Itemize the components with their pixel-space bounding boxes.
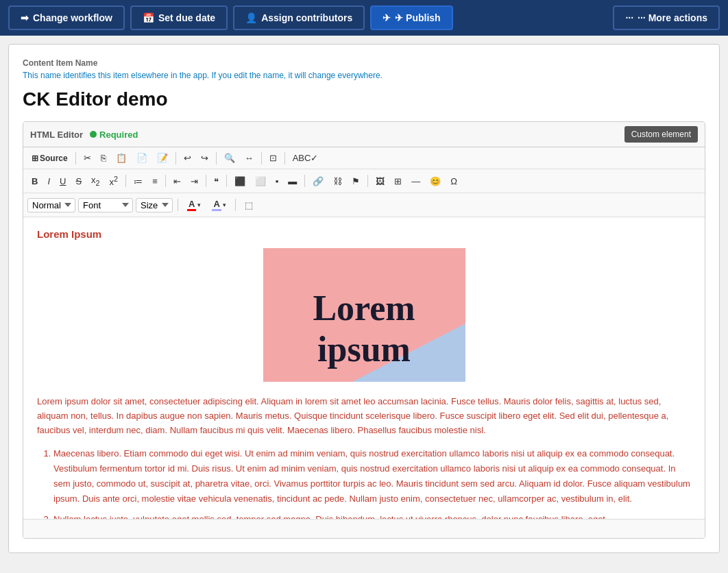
omega-icon: Ω xyxy=(450,176,457,186)
lorem-heading: Lorem Ipsum xyxy=(37,228,691,240)
link-icon: 🔗 xyxy=(313,176,324,186)
ordered-list-icon: ≔ xyxy=(134,176,143,186)
content-item-name-section: Content Item Name This name identifies t… xyxy=(23,58,705,110)
toolbar-divider-2 xyxy=(175,152,176,164)
font-color-button[interactable]: A ▾ xyxy=(183,196,205,214)
required-badge: Required xyxy=(90,130,138,140)
unlink-button[interactable]: ⛓ xyxy=(329,173,346,189)
ellipsis-icon: ··· xyxy=(625,12,633,23)
content-item-label: Content Item Name xyxy=(23,58,705,68)
toolbar2-divider-4 xyxy=(226,175,227,187)
blockquote-button[interactable]: ❝ xyxy=(210,173,223,189)
paste-text-icon: 📄 xyxy=(136,153,147,163)
paste-text-button[interactable]: 📄 xyxy=(132,150,151,166)
ck-editor-wrapper: Lorem Ipsum Lorem ipsum Lorem ips xyxy=(23,217,705,519)
top-toolbar: ➡ Change workflow 📅 Set due date 👤 Assig… xyxy=(0,0,728,36)
ck-toolbar-row1: ⊞ Source ✂ ⎘ 📋 📄 📝 ↩ ↪ 🔍 ↔ ⊡ ABC✓ xyxy=(23,147,705,169)
align-center-button[interactable]: ⬜ xyxy=(251,173,270,189)
unordered-list-button[interactable]: ≡ xyxy=(148,173,162,189)
ck-toolbar-row2: B I U S x2 x2 ≔ ≡ ⇤ ⇥ ❝ ⬛ ⬜ ▪ ▬ 🔗 ⛓ ⚑ 🖼 … xyxy=(23,169,705,193)
align-right-button[interactable]: ▪ xyxy=(271,173,283,189)
assign-contributors-button[interactable]: 👤 Assign contributors xyxy=(233,5,365,30)
undo-icon: ↩ xyxy=(184,153,191,163)
html-editor-label: HTML Editor xyxy=(30,130,83,140)
indent-increase-button[interactable]: ⇥ xyxy=(186,173,202,189)
paste-button[interactable]: 📋 xyxy=(112,150,131,166)
horizontal-rule-button[interactable]: — xyxy=(407,173,424,189)
paragraph-style-select[interactable]: Normal xyxy=(27,198,75,212)
publish-button[interactable]: ✈ ✈ Publish xyxy=(370,5,452,30)
strikethrough-button[interactable]: S xyxy=(71,173,86,189)
table-icon: ⊞ xyxy=(394,176,402,186)
search-icon: 🔍 xyxy=(224,153,235,163)
ordered-list-button[interactable]: ≔ xyxy=(130,173,147,189)
undo-button[interactable]: ↩ xyxy=(180,150,195,166)
bold-button[interactable]: B xyxy=(27,173,42,189)
content-item-title: CK Editor demo xyxy=(23,88,705,110)
image-button[interactable]: 🖼 xyxy=(372,173,389,189)
toolbar2-divider-6 xyxy=(367,175,368,187)
source-button[interactable]: ⊞ Source xyxy=(27,151,72,166)
redo-button[interactable]: ↪ xyxy=(197,150,213,166)
more-actions-button[interactable]: ··· ··· More actions xyxy=(613,5,720,30)
underline-button[interactable]: U xyxy=(56,173,70,189)
link-button[interactable]: 🔗 xyxy=(308,173,328,189)
cut-button[interactable]: ✂ xyxy=(80,150,95,166)
unlink-icon: ⛓ xyxy=(333,176,342,186)
arrow-right-icon: ➡ xyxy=(21,12,29,23)
calendar-icon: 📅 xyxy=(143,12,154,23)
replace-icon: ↔ xyxy=(245,153,254,163)
custom-element-button[interactable]: Custom element xyxy=(624,126,698,143)
insert-block-button[interactable]: ⬚ xyxy=(241,197,257,213)
font-family-select[interactable]: Font xyxy=(78,198,133,212)
toolbar-divider-1 xyxy=(75,152,76,164)
anchor-button[interactable]: ⚑ xyxy=(348,173,364,189)
blockquote-icon: ❝ xyxy=(214,176,219,186)
paste-word-button[interactable]: 📝 xyxy=(153,150,172,166)
lorem-paragraph-1: Lorem ipsum dolor sit amet, consectetuer… xyxy=(37,395,691,437)
indent-increase-icon: ⇥ xyxy=(191,176,198,186)
align-justify-button[interactable]: ▬ xyxy=(284,173,301,189)
replace-button[interactable]: ↔ xyxy=(241,150,258,166)
toolbar-divider-3 xyxy=(216,152,217,164)
align-left-icon: ⬛ xyxy=(234,176,245,186)
insert-block-icon: ⬚ xyxy=(245,200,253,210)
toolbar2-divider-1 xyxy=(125,175,126,187)
paste-icon: 📋 xyxy=(116,153,127,163)
superscript-button[interactable]: x2 xyxy=(106,172,123,190)
align-justify-icon: ▬ xyxy=(288,176,297,186)
table-button[interactable]: ⊞ xyxy=(390,173,406,189)
redo-icon: ↪ xyxy=(201,153,208,163)
font-bg-color-button[interactable]: A ▾ xyxy=(208,196,230,214)
toolbar-divider-4 xyxy=(261,152,262,164)
subscript-button[interactable]: x2 xyxy=(87,172,104,190)
toolbar-divider-5 xyxy=(284,152,285,164)
main-container: Content Item Name This name identifies t… xyxy=(8,44,720,553)
emoji-button[interactable]: 😊 xyxy=(426,173,445,189)
find-button[interactable]: 🔍 xyxy=(220,150,239,166)
font-size-select[interactable]: Size xyxy=(136,198,173,212)
chevron-down-icon-2: ▾ xyxy=(223,202,226,208)
toolbar2-divider-5 xyxy=(304,175,305,187)
special-chars-button[interactable]: Ω xyxy=(446,173,461,189)
italic-button[interactable]: I xyxy=(43,173,54,189)
editor-header: HTML Editor Required Custom element xyxy=(23,122,705,147)
unordered-list-icon: ≡ xyxy=(152,176,158,186)
toolbar2-divider-2 xyxy=(165,175,166,187)
toolbar2-divider-3 xyxy=(206,175,206,187)
change-workflow-button[interactable]: ➡ Change workflow xyxy=(8,5,125,30)
ck-content-area[interactable]: Lorem Ipsum Lorem ipsum Lorem ips xyxy=(23,217,705,519)
source-icon: ⊞ xyxy=(32,154,38,163)
toolbar-right: ··· ··· More actions xyxy=(613,5,720,30)
hr-icon: — xyxy=(411,176,420,186)
copy-icon: ⎘ xyxy=(101,153,106,163)
lorem-ipsum-svg: Lorem ipsum xyxy=(263,248,465,382)
align-left-button[interactable]: ⬛ xyxy=(230,173,250,189)
set-due-date-button[interactable]: 📅 Set due date xyxy=(130,5,228,30)
emoji-icon: 😊 xyxy=(430,176,441,186)
indent-decrease-button[interactable]: ⇤ xyxy=(169,173,185,189)
copy-button[interactable]: ⎘ xyxy=(97,150,110,166)
spellcheck-button[interactable]: ABC✓ xyxy=(289,150,323,166)
select-all-button[interactable]: ⊡ xyxy=(265,150,281,166)
lorem-ordered-list: Maecenas libero. Etiam commodo dui eget … xyxy=(37,446,691,520)
